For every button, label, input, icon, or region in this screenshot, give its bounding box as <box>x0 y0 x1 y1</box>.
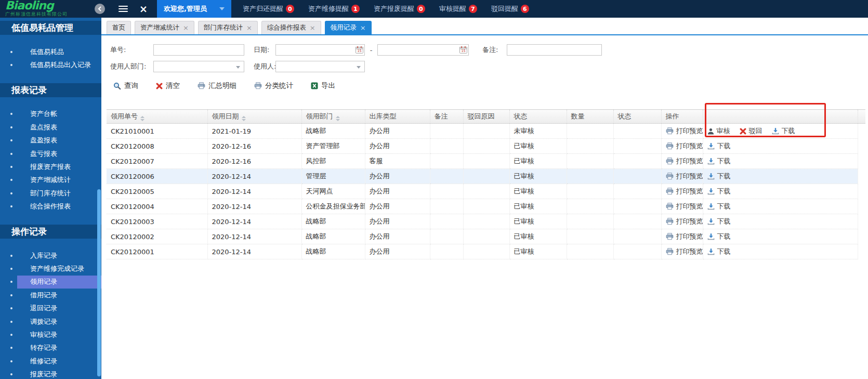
sidebar-section-title[interactable]: 报表记录 <box>0 83 101 97</box>
sidebar-item[interactable]: 盘亏报表 <box>0 147 101 160</box>
column-header[interactable]: 领用单号 <box>107 110 207 124</box>
user-select[interactable] <box>275 61 365 72</box>
sidebar-item[interactable]: 借用记录 <box>0 289 101 302</box>
user-menu-button[interactable]: 欢迎您,管理员 <box>157 0 231 18</box>
download-link[interactable]: 下载 <box>707 202 731 211</box>
print-preview-link[interactable]: 打印预览 <box>666 187 703 196</box>
out-type-cell: 办公用 <box>365 169 430 184</box>
action-label: 下载 <box>717 247 731 256</box>
calendar-icon[interactable]: 15 <box>459 46 467 54</box>
date-from-input[interactable] <box>275 44 365 56</box>
table-row[interactable]: CK201200042020-12-14公积金及担保业务部办公用已审核打印预览下… <box>107 199 865 214</box>
order-no-input[interactable] <box>153 44 244 56</box>
summary-detail-button[interactable]: 汇总明细 <box>198 81 236 90</box>
dept-cell: 战略部 <box>301 214 365 229</box>
notification-item[interactable]: 资产报废提醒0 <box>374 4 425 14</box>
notification-item[interactable]: 审核提醒7 <box>439 4 477 14</box>
sidebar-item[interactable]: 资产台帐 <box>0 108 101 121</box>
column-header[interactable]: 领用部门 <box>301 110 365 124</box>
download-link[interactable]: 下载 <box>772 126 795 136</box>
table-row[interactable]: CK201200012020-12-14战略部办公用已审核打印预览下载 <box>107 244 865 259</box>
download-link[interactable]: 下载 <box>707 232 731 241</box>
tab[interactable]: 资产增减统计× <box>135 21 194 34</box>
download-link[interactable]: 下载 <box>707 217 731 226</box>
sidebar-item[interactable]: 资产维修完成记录 <box>0 262 101 275</box>
tab[interactable]: 首页 <box>107 21 131 34</box>
sidebar-item[interactable]: 资产增减统计 <box>0 174 101 187</box>
close-button[interactable]: × <box>139 4 148 14</box>
print-preview-link[interactable]: 打印预览 <box>666 126 703 136</box>
sidebar-item[interactable]: 入库记录 <box>0 249 101 262</box>
bullet-icon <box>10 166 12 168</box>
print-preview-link[interactable]: 打印预览 <box>666 232 703 241</box>
print-preview-link[interactable]: 打印预览 <box>666 141 703 151</box>
printer-icon <box>666 188 674 195</box>
export-button[interactable]: 导出 <box>311 81 335 90</box>
column-header: 数量 <box>567 110 613 124</box>
print-preview-link[interactable]: 打印预览 <box>666 217 703 226</box>
print-preview-link[interactable]: 打印预览 <box>666 156 703 166</box>
tab-close-icon[interactable]: × <box>246 24 252 31</box>
clear-button[interactable]: 清空 <box>156 81 180 90</box>
notification-item[interactable]: 资产维修提醒1 <box>308 4 360 14</box>
sidebar-item[interactable]: 盘点报表 <box>0 121 101 134</box>
download-link[interactable]: 下载 <box>707 172 731 181</box>
tab[interactable]: 部门库存统计× <box>198 21 258 34</box>
sidebar-item-label: 维修记录 <box>30 357 57 366</box>
table-row[interactable]: CK201200072020-12-16风控部客服已审核打印预览下载 <box>107 154 865 169</box>
sidebar-section-title[interactable]: 操作记录 <box>0 225 101 239</box>
table-row[interactable]: CK201200062020-12-14管理层办公用已审核打印预览下载 <box>107 169 865 184</box>
table-row[interactable]: CK201200032020-12-14战略部办公用已审核打印预览下载 <box>107 214 865 229</box>
date-to-input[interactable] <box>377 44 469 56</box>
download-link[interactable]: 下载 <box>707 141 731 151</box>
tab-label: 综合操作报表 <box>267 23 306 32</box>
table-row[interactable]: CK201200052020-12-14天河网点办公用已审核打印预览下载 <box>107 184 865 199</box>
sidebar-scrollbar[interactable] <box>97 189 101 376</box>
column-header[interactable]: 领用日期 <box>207 110 301 124</box>
tab-close-icon[interactable]: × <box>360 24 366 31</box>
print-preview-link[interactable]: 打印预览 <box>666 247 703 256</box>
notification-item[interactable]: 资产归还提醒0 <box>243 4 294 14</box>
remark-input[interactable] <box>507 44 602 56</box>
sidebar-collapse-button[interactable] <box>95 4 105 14</box>
table-row[interactable]: CK201200022020-12-14战略部办公用已审核打印预览下载 <box>107 229 865 244</box>
sidebar-item[interactable]: 维修记录 <box>0 355 101 368</box>
sidebar-item[interactable]: 调拨记录 <box>0 315 101 328</box>
notification-item[interactable]: 驳回提醒6 <box>491 4 529 14</box>
table-row[interactable]: CK210100012021-01-19战略部办公用未审核打印预览审核驳回下载 <box>107 124 865 139</box>
tab-close-icon[interactable]: × <box>183 24 189 31</box>
calendar-icon[interactable]: 15 <box>356 46 363 54</box>
sidebar-item[interactable]: 低值易耗品出入记录 <box>0 58 101 71</box>
sidebar-item[interactable]: 审核记录 <box>0 328 101 341</box>
sidebar-item[interactable]: 退回记录 <box>0 302 101 315</box>
download-link[interactable]: 下载 <box>707 156 731 166</box>
bullet-icon <box>10 64 12 66</box>
audit-link[interactable]: 审核 <box>707 126 730 136</box>
tab[interactable]: 领用记录× <box>325 21 372 34</box>
tab[interactable]: 综合操作报表× <box>261 21 321 34</box>
sidebar-item[interactable]: 综合操作报表 <box>0 200 101 213</box>
tab-close-icon[interactable]: × <box>310 24 315 31</box>
print-preview-link[interactable]: 打印预览 <box>666 202 703 211</box>
sidebar-section-title[interactable]: 低值易耗品管理 <box>0 21 101 35</box>
welcome-text: 欢迎您,管理员 <box>164 4 207 14</box>
sidebar-item[interactable]: 部门库存统计 <box>0 187 101 200</box>
download-link[interactable]: 下载 <box>707 247 731 256</box>
sidebar-item[interactable]: 转存记录 <box>0 342 101 355</box>
reject-link[interactable]: 驳回 <box>740 126 762 136</box>
tab-bar: 首页资产增减统计×部门库存统计×综合操作报表×领用记录× <box>101 21 868 35</box>
sidebar-item[interactable]: 报废记录 <box>0 368 101 379</box>
notification-label: 资产报废提醒 <box>374 4 414 14</box>
download-link[interactable]: 下载 <box>707 187 731 196</box>
sidebar-item[interactable]: 领用记录 <box>0 276 101 289</box>
table-row[interactable]: CK201200082020-12-16资产管理部办公用已审核打印预览下载 <box>107 139 865 154</box>
print-preview-link[interactable]: 打印预览 <box>666 172 703 181</box>
sidebar-item[interactable]: 盘盈报表 <box>0 134 101 147</box>
remark-cell <box>430 139 463 154</box>
menu-toggle-button[interactable] <box>119 6 128 12</box>
sidebar-item[interactable]: 报废资产报表 <box>0 160 101 173</box>
category-stats-button[interactable]: 分类统计 <box>254 81 293 90</box>
user-dept-select[interactable] <box>153 61 244 72</box>
search-button[interactable]: 查询 <box>113 81 138 90</box>
sidebar-item[interactable]: 低值易耗品 <box>0 45 101 58</box>
